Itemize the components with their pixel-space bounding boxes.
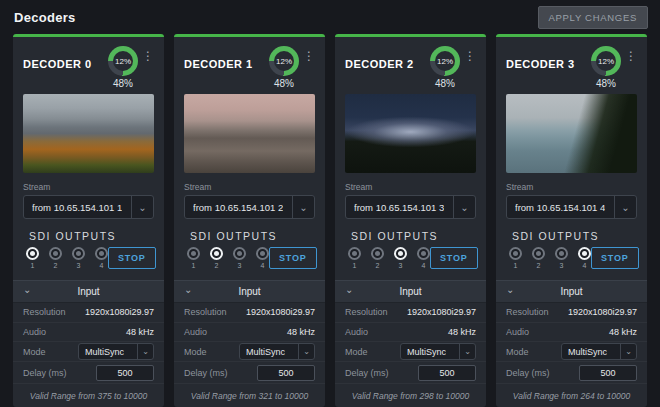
delay-input[interactable] [96,365,154,381]
apply-changes-button[interactable]: APPLY CHANGES [538,6,648,29]
delay-row: Delay (ms) [335,362,486,384]
card-menu-icon[interactable]: ⋮ [140,48,156,64]
delay-row: Delay (ms) [496,362,647,384]
output-number: 4 [261,262,265,269]
sdi-output-toggle-2[interactable]: 2 [371,247,384,269]
sdi-output-toggle-3[interactable]: 3 [394,247,407,269]
mode-select[interactable]: MultiSync ⌄ [239,343,315,360]
stop-button[interactable]: STOP [269,247,317,269]
sdi-output-toggle-2[interactable]: 2 [532,247,545,269]
stream-select[interactable]: from 10.65.154.101 3 ⌄ [345,195,476,219]
mode-select[interactable]: MultiSync ⌄ [400,343,476,360]
stream-select-value: from 10.65.154.101 2 [193,202,283,213]
stream-select[interactable]: from 10.65.154.101 2 ⌄ [184,195,315,219]
load-gauge: 12% [430,46,460,76]
output-number: 1 [353,262,357,269]
stream-label: Stream [506,182,637,192]
mode-label: Mode [184,347,207,357]
input-section-header[interactable]: ⌄ Input [496,280,647,303]
output-number: 3 [77,262,81,269]
sdi-outputs-label: SDI OUTPUTS [29,230,152,242]
sdi-outputs-row: 1 2 3 4 STOP [496,247,647,280]
decoder-title: DECODER 3 [506,58,591,90]
sdi-output-toggle-1[interactable]: 1 [509,247,522,269]
video-thumbnail [184,94,315,173]
sdi-output-toggle-2[interactable]: 2 [210,247,223,269]
output-number: 1 [31,262,35,269]
card-menu-icon[interactable]: ⋮ [623,48,639,64]
input-section-header[interactable]: ⌄ Input [13,280,164,303]
mode-label: Mode [345,347,368,357]
mode-select[interactable]: MultiSync ⌄ [78,343,154,360]
chevron-down-icon: ⌄ [345,284,353,295]
card-menu-icon[interactable]: ⋮ [301,48,317,64]
sdi-output-toggles: 1 2 3 4 [509,247,591,269]
stop-button[interactable]: STOP [108,247,156,269]
usage-percent: 48% [596,78,616,89]
resolution-value: 1920x1080i29.97 [407,307,476,317]
mode-row: Mode MultiSync ⌄ [13,342,164,362]
input-section-header[interactable]: ⌄ Input [335,280,486,303]
radio-icon [95,247,108,260]
sdi-output-toggle-4[interactable]: 4 [95,247,108,269]
resolution-label: Resolution [23,307,66,317]
stream-label: Stream [23,182,154,192]
mode-select-value: MultiSync [407,347,446,357]
card-header: DECODER 3 12% 48% ⋮ [496,37,647,90]
mode-select-value: MultiSync [568,347,607,357]
sdi-output-toggles: 1 2 3 4 [187,247,269,269]
sdi-output-toggle-1[interactable]: 1 [187,247,200,269]
decoder-title: DECODER 1 [184,58,269,90]
sdi-output-toggle-4[interactable]: 4 [417,247,430,269]
top-bar: Decoders APPLY CHANGES [0,0,660,34]
stop-button[interactable]: STOP [430,247,478,269]
delay-input[interactable] [257,365,315,381]
audio-value: 48 kHz [287,327,315,337]
mode-label: Mode [506,347,529,357]
stream-select[interactable]: from 10.65.154.101 4 ⌄ [506,195,637,219]
delay-input[interactable] [579,365,637,381]
sdi-output-toggle-1[interactable]: 1 [348,247,361,269]
decoder-card-1: DECODER 1 12% 48% ⋮ Stream from 10.65.15… [174,34,325,407]
sdi-output-toggle-4[interactable]: 4 [256,247,269,269]
sdi-output-toggle-3[interactable]: 3 [555,247,568,269]
resolution-row: Resolution 1920x1080i29.97 [174,303,325,323]
card-menu-icon[interactable]: ⋮ [462,48,478,64]
video-thumbnail [506,94,637,173]
sdi-output-toggle-4[interactable]: 4 [578,247,591,269]
chevron-down-icon: ⌄ [614,196,636,218]
load-percent: 12% [598,57,614,66]
page-title: Decoders [14,10,76,25]
resolution-label: Resolution [345,307,388,317]
radio-icon [72,247,85,260]
delay-input[interactable] [418,365,476,381]
usage-percent: 48% [274,78,294,89]
sdi-output-toggle-2[interactable]: 2 [49,247,62,269]
resolution-value: 1920x1080i29.97 [246,307,315,317]
sdi-output-toggle-3[interactable]: 3 [72,247,85,269]
radio-icon [555,247,568,260]
radio-icon [256,247,269,260]
radio-icon [348,247,361,260]
radio-icon [578,247,591,260]
load-percent: 12% [276,57,292,66]
radio-icon [532,247,545,260]
sdi-output-toggle-3[interactable]: 3 [233,247,246,269]
card-header: DECODER 1 12% 48% ⋮ [174,37,325,90]
radio-icon [417,247,430,260]
input-section-header[interactable]: ⌄ Input [174,280,325,303]
output-number: 3 [399,262,403,269]
radio-icon [371,247,384,260]
video-thumbnail [23,94,154,173]
output-number: 3 [238,262,242,269]
stream-select-value: from 10.65.154.101 4 [515,202,605,213]
sdi-output-toggle-1[interactable]: 1 [26,247,39,269]
radio-icon [187,247,200,260]
chevron-down-icon: ⌄ [131,196,153,218]
stream-select[interactable]: from 10.65.154.101 1 ⌄ [23,195,154,219]
audio-row: Audio 48 kHz [496,323,647,343]
stop-button[interactable]: STOP [591,247,639,269]
output-number: 4 [422,262,426,269]
radio-icon [509,247,522,260]
mode-select[interactable]: MultiSync ⌄ [561,343,637,360]
